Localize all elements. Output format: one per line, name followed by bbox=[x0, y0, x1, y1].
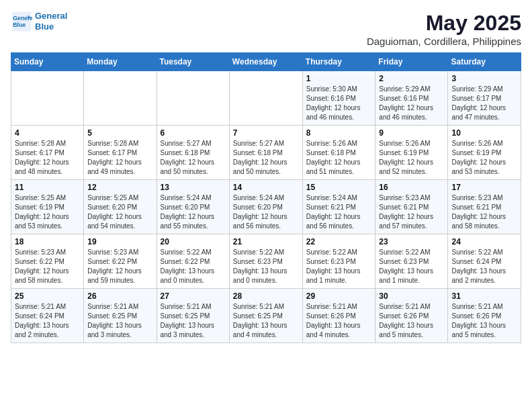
day-number: 17 bbox=[451, 183, 517, 192]
day-info: Sunrise: 5:27 AM Sunset: 6:18 PM Dayligh… bbox=[233, 139, 299, 177]
day-info: Sunrise: 5:28 AM Sunset: 6:17 PM Dayligh… bbox=[15, 139, 80, 177]
day-info: Sunrise: 5:21 AM Sunset: 6:26 PM Dayligh… bbox=[306, 302, 372, 340]
day-number: 8 bbox=[306, 128, 372, 138]
day-info: Sunrise: 5:22 AM Sunset: 6:23 PM Dayligh… bbox=[233, 248, 299, 285]
day-number: 5 bbox=[87, 128, 152, 138]
day-number: 9 bbox=[379, 128, 444, 138]
calendar-cell: 29Sunrise: 5:21 AM Sunset: 6:26 PM Dayli… bbox=[302, 289, 375, 343]
day-info: Sunrise: 5:24 AM Sunset: 6:20 PM Dayligh… bbox=[233, 193, 299, 231]
logo-line2: Blue bbox=[35, 21, 54, 32]
day-info: Sunrise: 5:30 AM Sunset: 6:16 PM Dayligh… bbox=[306, 85, 372, 122]
logo-text: General Blue bbox=[35, 11, 67, 32]
svg-text:Blue: Blue bbox=[13, 21, 26, 28]
logo-icon: General Blue bbox=[11, 11, 32, 32]
day-info: Sunrise: 5:22 AM Sunset: 6:22 PM Dayligh… bbox=[161, 248, 226, 285]
calendar-cell: 10Sunrise: 5:26 AM Sunset: 6:19 PM Dayli… bbox=[448, 126, 521, 180]
day-number: 10 bbox=[451, 128, 517, 138]
day-info: Sunrise: 5:26 AM Sunset: 6:18 PM Dayligh… bbox=[306, 139, 372, 177]
calendar-cell: 7Sunrise: 5:27 AM Sunset: 6:18 PM Daylig… bbox=[229, 126, 302, 180]
calendar-cell: 13Sunrise: 5:24 AM Sunset: 6:20 PM Dayli… bbox=[157, 180, 229, 234]
weekday-header-monday: Monday bbox=[84, 53, 157, 71]
day-number: 27 bbox=[161, 291, 226, 301]
logo: General Blue General Blue bbox=[11, 11, 67, 32]
day-number: 19 bbox=[87, 237, 152, 246]
weekday-header-row: SundayMondayTuesdayWednesdayThursdayFrid… bbox=[11, 53, 521, 71]
day-number: 2 bbox=[379, 74, 444, 83]
calendar-cell: 16Sunrise: 5:23 AM Sunset: 6:21 PM Dayli… bbox=[375, 180, 448, 234]
weekday-header-wednesday: Wednesday bbox=[229, 53, 302, 71]
calendar-cell: 2Sunrise: 5:29 AM Sunset: 6:16 PM Daylig… bbox=[375, 71, 448, 126]
calendar-cell: 4Sunrise: 5:28 AM Sunset: 6:17 PM Daylig… bbox=[11, 126, 84, 180]
day-info: Sunrise: 5:23 AM Sunset: 6:22 PM Dayligh… bbox=[15, 248, 80, 285]
day-number: 3 bbox=[451, 74, 517, 83]
day-number: 11 bbox=[15, 183, 80, 192]
calendar-table: SundayMondayTuesdayWednesdayThursdayFrid… bbox=[11, 52, 521, 343]
day-number: 23 bbox=[379, 237, 444, 246]
calendar-cell bbox=[229, 71, 302, 126]
weekday-header-friday: Friday bbox=[375, 53, 448, 71]
calendar-cell: 14Sunrise: 5:24 AM Sunset: 6:20 PM Dayli… bbox=[229, 180, 302, 234]
day-number: 14 bbox=[233, 183, 299, 192]
day-number: 24 bbox=[451, 237, 517, 246]
calendar-cell: 3Sunrise: 5:29 AM Sunset: 6:17 PM Daylig… bbox=[448, 71, 521, 126]
day-number: 13 bbox=[161, 183, 226, 192]
day-info: Sunrise: 5:21 AM Sunset: 6:26 PM Dayligh… bbox=[451, 302, 517, 340]
day-info: Sunrise: 5:23 AM Sunset: 6:21 PM Dayligh… bbox=[379, 193, 444, 231]
day-info: Sunrise: 5:24 AM Sunset: 6:20 PM Dayligh… bbox=[161, 193, 226, 231]
calendar-cell: 11Sunrise: 5:25 AM Sunset: 6:19 PM Dayli… bbox=[11, 180, 84, 234]
calendar-cell: 8Sunrise: 5:26 AM Sunset: 6:18 PM Daylig… bbox=[302, 126, 375, 180]
calendar-cell: 15Sunrise: 5:24 AM Sunset: 6:21 PM Dayli… bbox=[302, 180, 375, 234]
day-number: 18 bbox=[15, 237, 80, 246]
day-info: Sunrise: 5:22 AM Sunset: 6:24 PM Dayligh… bbox=[451, 248, 517, 285]
day-info: Sunrise: 5:21 AM Sunset: 6:25 PM Dayligh… bbox=[87, 302, 152, 340]
calendar-week-4: 18Sunrise: 5:23 AM Sunset: 6:22 PM Dayli… bbox=[11, 234, 521, 289]
calendar-week-3: 11Sunrise: 5:25 AM Sunset: 6:19 PM Dayli… bbox=[11, 180, 521, 234]
day-number: 4 bbox=[15, 128, 80, 138]
day-info: Sunrise: 5:26 AM Sunset: 6:19 PM Dayligh… bbox=[379, 139, 444, 177]
calendar-cell: 22Sunrise: 5:22 AM Sunset: 6:23 PM Dayli… bbox=[302, 234, 375, 289]
day-info: Sunrise: 5:25 AM Sunset: 6:19 PM Dayligh… bbox=[15, 193, 80, 231]
svg-text:General: General bbox=[13, 15, 32, 21]
day-info: Sunrise: 5:22 AM Sunset: 6:23 PM Dayligh… bbox=[379, 248, 444, 285]
day-number: 21 bbox=[233, 237, 299, 246]
calendar-cell: 26Sunrise: 5:21 AM Sunset: 6:25 PM Dayli… bbox=[84, 289, 157, 343]
day-number: 15 bbox=[306, 183, 372, 192]
day-number: 28 bbox=[233, 291, 299, 301]
calendar-cell bbox=[84, 71, 157, 126]
calendar-week-2: 4Sunrise: 5:28 AM Sunset: 6:17 PM Daylig… bbox=[11, 126, 521, 180]
location-title: Daguioman, Cordillera, Philippines bbox=[367, 36, 521, 47]
calendar-cell: 1Sunrise: 5:30 AM Sunset: 6:16 PM Daylig… bbox=[302, 71, 375, 126]
weekday-header-sunday: Sunday bbox=[11, 53, 84, 71]
weekday-header-thursday: Thursday bbox=[302, 53, 375, 71]
day-info: Sunrise: 5:22 AM Sunset: 6:23 PM Dayligh… bbox=[306, 248, 372, 285]
day-info: Sunrise: 5:24 AM Sunset: 6:21 PM Dayligh… bbox=[306, 193, 372, 231]
day-info: Sunrise: 5:21 AM Sunset: 6:25 PM Dayligh… bbox=[161, 302, 226, 340]
logo-line1: General bbox=[35, 11, 67, 21]
day-info: Sunrise: 5:29 AM Sunset: 6:17 PM Dayligh… bbox=[451, 85, 517, 122]
calendar-cell: 17Sunrise: 5:23 AM Sunset: 6:21 PM Dayli… bbox=[448, 180, 521, 234]
calendar-cell bbox=[157, 71, 229, 126]
day-info: Sunrise: 5:21 AM Sunset: 6:26 PM Dayligh… bbox=[379, 302, 444, 340]
day-info: Sunrise: 5:29 AM Sunset: 6:16 PM Dayligh… bbox=[379, 85, 444, 122]
day-info: Sunrise: 5:25 AM Sunset: 6:20 PM Dayligh… bbox=[87, 193, 152, 231]
calendar-cell: 21Sunrise: 5:22 AM Sunset: 6:23 PM Dayli… bbox=[229, 234, 302, 289]
day-number: 30 bbox=[379, 291, 444, 301]
day-number: 31 bbox=[451, 291, 517, 301]
weekday-header-saturday: Saturday bbox=[448, 53, 521, 71]
calendar-cell: 6Sunrise: 5:27 AM Sunset: 6:18 PM Daylig… bbox=[157, 126, 229, 180]
calendar-cell: 27Sunrise: 5:21 AM Sunset: 6:25 PM Dayli… bbox=[157, 289, 229, 343]
day-number: 29 bbox=[306, 291, 372, 301]
day-number: 16 bbox=[379, 183, 444, 192]
day-number: 1 bbox=[306, 74, 372, 83]
day-info: Sunrise: 5:21 AM Sunset: 6:24 PM Dayligh… bbox=[15, 302, 80, 340]
page-header: General Blue General Blue May 2025 Dagui… bbox=[11, 11, 521, 47]
day-info: Sunrise: 5:23 AM Sunset: 6:21 PM Dayligh… bbox=[451, 193, 517, 231]
calendar-cell: 23Sunrise: 5:22 AM Sunset: 6:23 PM Dayli… bbox=[375, 234, 448, 289]
day-info: Sunrise: 5:23 AM Sunset: 6:22 PM Dayligh… bbox=[87, 248, 152, 285]
calendar-cell: 30Sunrise: 5:21 AM Sunset: 6:26 PM Dayli… bbox=[375, 289, 448, 343]
day-info: Sunrise: 5:27 AM Sunset: 6:18 PM Dayligh… bbox=[161, 139, 226, 177]
calendar-week-5: 25Sunrise: 5:21 AM Sunset: 6:24 PM Dayli… bbox=[11, 289, 521, 343]
calendar-cell: 5Sunrise: 5:28 AM Sunset: 6:17 PM Daylig… bbox=[84, 126, 157, 180]
calendar-cell: 12Sunrise: 5:25 AM Sunset: 6:20 PM Dayli… bbox=[84, 180, 157, 234]
calendar-cell: 28Sunrise: 5:21 AM Sunset: 6:25 PM Dayli… bbox=[229, 289, 302, 343]
